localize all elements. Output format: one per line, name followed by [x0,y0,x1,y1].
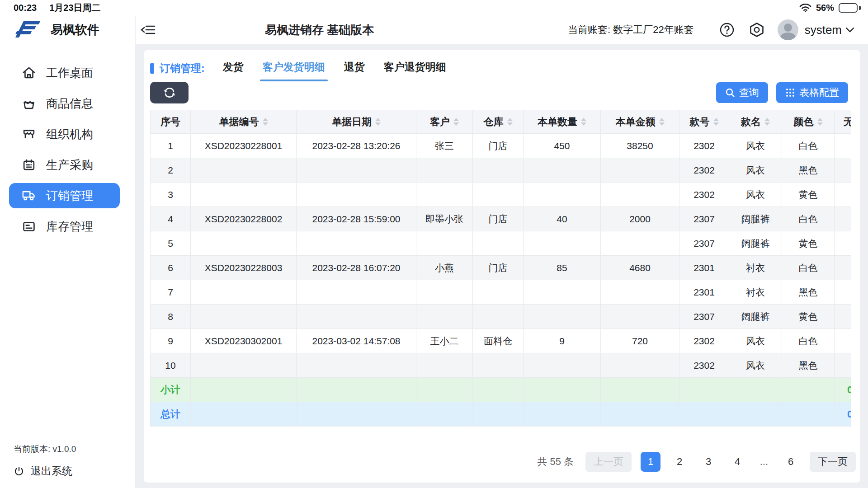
cell-seq: 4 [151,207,191,231]
tab-customer-return-detail[interactable]: 客户退货明细 [383,58,447,79]
table-row: 102302风衣黑色 [151,353,852,378]
column-header-style_name[interactable]: 款名 [729,110,782,134]
table-row: 32302风衣黄色 [151,183,852,207]
sort-carets-icon [581,118,586,126]
tab-customer-shipping-detail[interactable]: 客户发货明细 [262,58,326,79]
prev-page-button[interactable]: 上一页 [585,452,632,472]
column-label: 单据编号 [219,115,259,129]
cell-amount: 4680 [601,256,679,280]
sidebar: 易枫软件 工作桌面商品信息组织机构生产采购订销管理库存管理 当前版本: v1.0… [0,16,136,488]
sidebar-item-label: 工作桌面 [46,65,93,81]
column-header-color[interactable]: 颜色 [782,110,835,134]
cell-warehouse: 门店 [473,134,524,158]
cell-customer [416,231,473,256]
subtotal-row-cell [297,378,416,402]
cell-doc_no: XSD20230228001 [191,134,297,158]
sidebar-item-label: 商品信息 [46,96,93,112]
column-header-qty[interactable]: 本单数量 [524,110,601,134]
sidebar-item-desktop[interactable]: 工作桌面 [9,60,120,85]
cell-doc_date: 2023-02-28 13:20:26 [297,134,416,158]
cell-customer [416,158,473,183]
column-header-amount[interactable]: 本单金额 [601,110,679,134]
data-table-wrap: 序号单据编号单据日期客户仓库本单数量本单金额款号款名颜色无 1XSD202302… [150,110,851,427]
username[interactable]: system [805,23,842,37]
total-row-cell [191,402,297,427]
cell-style_no: 2307 [679,231,729,256]
refresh-button[interactable] [150,82,189,103]
tab-returns[interactable]: 退货 [343,58,366,79]
subtotal-row-cell [679,378,729,402]
cell-customer [416,353,473,378]
cell-color: 黑色 [782,353,835,378]
column-header-doc_no[interactable]: 单据编号 [191,110,297,134]
table-config-button[interactable]: 表格配置 [776,82,848,103]
total-row-label: 总计 [151,402,191,427]
cell-customer: 张三 [416,134,473,158]
cell-clipped [835,256,852,280]
sidebar-item-inventory[interactable]: 库存管理 [9,214,120,239]
query-button[interactable]: 查询 [716,82,768,103]
cell-clipped [835,280,852,305]
cell-customer: 王小二 [416,329,473,353]
toolbar: 查询 表格配置 [144,82,860,103]
pagination-ellipsis[interactable]: ... [756,456,772,468]
sidebar-item-label: 库存管理 [46,219,93,235]
column-header-warehouse[interactable]: 仓库 [473,110,524,134]
cell-qty [524,305,601,329]
cell-amount [601,158,679,183]
page-number-2[interactable]: 2 [670,452,689,472]
collapse-sidebar-icon[interactable] [139,21,157,39]
cell-style_name: 阔腿裤 [729,305,782,329]
table-row: 1XSD202302280012023-02-28 13:20:26张三门店45… [151,134,852,158]
sidebar-item-goods[interactable]: 商品信息 [9,91,120,116]
cell-amount [601,183,679,207]
total-row-cell [416,402,473,427]
cell-qty [524,280,601,305]
subtotal-row-label: 小计 [151,378,191,402]
table-config-button-label: 表格配置 [799,86,839,99]
grid-dots-icon [785,88,795,98]
table-row: 72301衬衣黑色 [151,280,852,305]
tabs-row: 订销管理: 发货客户发货明细退货客户退货明细 [144,50,860,78]
table-row: 9XSD202303020012023-03-02 14:57:08王小二面料仓… [151,329,852,353]
next-page-button[interactable]: 下一页 [810,452,856,472]
chevron-down-icon[interactable] [845,27,854,33]
column-header-customer[interactable]: 客户 [416,110,473,134]
logout-button[interactable]: 退出系统 [14,464,135,478]
cell-warehouse: 门店 [473,256,524,280]
settings-icon[interactable] [749,22,765,38]
main-header: 易枫进销存 基础版本 当前账套: 数字工厂22年账套 [136,16,868,44]
column-header-doc_date[interactable]: 单据日期 [297,110,416,134]
total-row-cell [729,402,782,427]
cell-color: 白色 [782,134,835,158]
sidebar-item-sales[interactable]: 订销管理 [9,183,120,208]
cell-customer [416,305,473,329]
page-number-6[interactable]: 6 [781,452,801,472]
page-number-4[interactable]: 4 [727,452,747,472]
cell-doc_no [191,183,297,207]
cell-qty [524,231,601,256]
cell-doc_date: 2023-02-28 15:59:00 [297,207,416,231]
help-icon[interactable] [719,22,735,38]
cell-amount [601,353,679,378]
logo-icon [14,19,42,40]
sidebar-item-production[interactable]: 生产采购 [9,152,120,178]
column-header-style_no[interactable]: 款号 [679,110,729,134]
column-header-clipped: 无 [835,110,852,134]
cell-customer: 即墨小张 [416,207,473,231]
page-number-3[interactable]: 3 [698,452,718,472]
tab-shipping[interactable]: 发货 [222,58,245,79]
page-number-1[interactable]: 1 [641,452,660,472]
org-icon [22,127,36,141]
cell-qty [524,353,601,378]
cell-style_no: 2307 [679,207,729,231]
sort-carets-icon [507,118,513,126]
table-row: 4XSD202302280022023-02-28 15:59:00即墨小张门店… [151,207,852,231]
sidebar-item-org[interactable]: 组织机构 [9,122,120,147]
cell-color: 黑色 [782,280,835,305]
battery-icon [839,3,858,13]
shipping-detail-table: 序号单据编号单据日期客户仓库本单数量本单金额款号款名颜色无 1XSD202302… [150,110,851,427]
cell-seq: 5 [151,231,191,256]
avatar[interactable] [778,19,798,40]
module-breadcrumb: 订销管理: [150,61,205,75]
